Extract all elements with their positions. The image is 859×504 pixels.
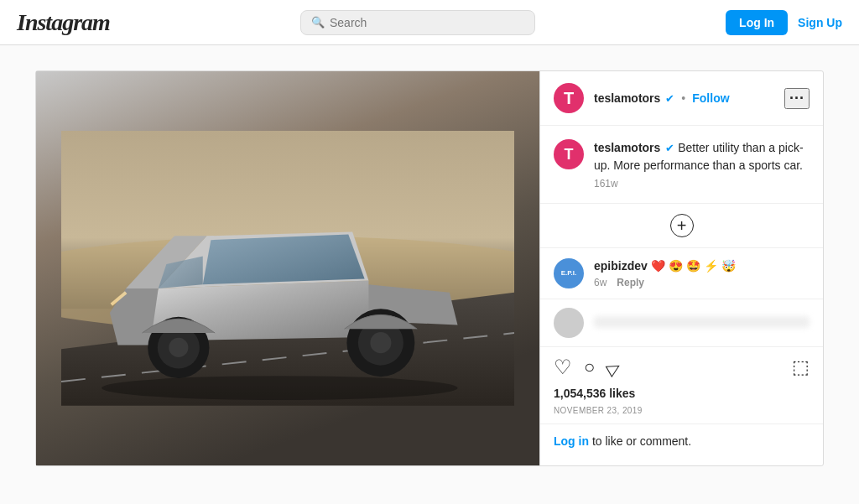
blurred-comment <box>540 299 823 347</box>
search-icon: 🔍 <box>311 16 325 29</box>
cybertruck-image <box>61 131 514 406</box>
svg-point-16 <box>370 332 391 353</box>
comment-area: E.P.I. epibizdev ❤️ 😍 🤩 ⚡ 🤯 6w Reply <box>540 248 823 299</box>
post-header-info: teslamotors ✔ • Follow <box>594 91 774 105</box>
login-prompt: Log in to like or comment. <box>540 423 823 458</box>
svg-point-18 <box>102 376 457 400</box>
load-more-button[interactable]: + <box>670 214 694 237</box>
follow-button[interactable]: Follow <box>692 91 729 105</box>
load-more-area: + <box>540 204 823 248</box>
more-options-button[interactable]: ··· <box>784 88 810 109</box>
header: Instagram 🔍 Log In Sign Up <box>0 0 859 45</box>
reply-button[interactable]: Reply <box>617 277 644 288</box>
comment-button[interactable]: ○ <box>584 356 595 378</box>
post-image-side <box>36 71 539 465</box>
comment-avatar-text: E.P.I. <box>561 269 577 278</box>
login-prompt-text: to like or comment. <box>592 434 691 448</box>
post-info-side: T teslamotors ✔ • Follow ··· T teslamoto… <box>539 71 823 465</box>
comment-emojis: ❤️ 😍 🤩 ⚡ 🤯 <box>651 259 736 273</box>
avatar-letter: T <box>564 89 574 108</box>
comment-meta: 6w Reply <box>594 277 810 288</box>
post-container: T teslamotors ✔ • Follow ··· T teslamoto… <box>35 70 824 466</box>
caption-avatar[interactable]: T <box>554 139 584 169</box>
post-author-username[interactable]: teslamotors <box>594 91 660 105</box>
post-likes: 1,054,536 likes <box>540 386 823 404</box>
post-actions: ♡ ○ ▷ ⬚ <box>540 347 823 386</box>
likes-count: 1,054,536 likes <box>554 387 635 400</box>
caption-text: teslamotors ✔ Better utility than a pick… <box>594 139 810 174</box>
caption-content: teslamotors ✔ Better utility than a pick… <box>594 139 810 190</box>
comment-username[interactable]: epibizdev <box>594 259 648 273</box>
caption-username[interactable]: teslamotors <box>594 141 660 154</box>
instagram-logo: Instagram <box>17 9 110 36</box>
share-button[interactable]: ▷ <box>602 356 623 379</box>
comment-timestamp: 6w <box>594 277 607 288</box>
post-image <box>36 71 539 465</box>
post-header: T teslamotors ✔ • Follow ··· <box>540 71 823 126</box>
header-actions: Log In Sign Up <box>726 10 842 35</box>
signup-button[interactable]: Sign Up <box>798 16 842 29</box>
main-content: T teslamotors ✔ • Follow ··· T teslamoto… <box>0 45 859 491</box>
login-button[interactable]: Log In <box>726 10 788 35</box>
post-date: NOVEMBER 23, 2019 <box>540 404 823 423</box>
search-bar[interactable]: 🔍 <box>300 10 535 35</box>
blurred-comment-text <box>594 316 810 328</box>
login-prompt-link[interactable]: Log in <box>554 434 589 448</box>
post-author-avatar[interactable]: T <box>554 83 584 113</box>
like-button[interactable]: ♡ <box>554 356 572 379</box>
caption-avatar-letter: T <box>565 146 574 164</box>
verified-badge: ✔ <box>665 92 674 105</box>
search-input[interactable] <box>330 16 524 29</box>
comment-avatar[interactable]: E.P.I. <box>554 258 584 288</box>
caption-timestamp: 161w <box>594 178 810 190</box>
dot-separator: • <box>681 91 685 105</box>
caption-verified-badge: ✔ <box>665 142 674 154</box>
bookmark-button[interactable]: ⬚ <box>792 356 810 378</box>
svg-marker-9 <box>203 235 365 285</box>
svg-point-13 <box>169 338 188 357</box>
comment-content: epibizdev ❤️ 😍 🤩 ⚡ 🤯 6w Reply <box>594 258 810 288</box>
blurred-comment-avatar <box>554 308 584 338</box>
post-caption-area: T teslamotors ✔ Better utility than a pi… <box>540 126 823 204</box>
